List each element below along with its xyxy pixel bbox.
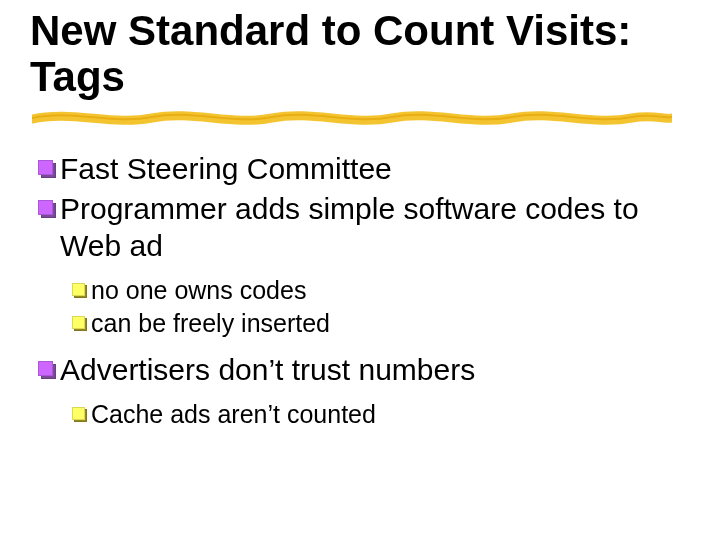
square-bullet-icon <box>72 283 87 298</box>
bullet-level2: can be freely inserted <box>72 308 690 339</box>
bullet-text: can be freely inserted <box>91 308 330 339</box>
bullet-level2: Cache ads aren’t counted <box>72 399 690 430</box>
bullet-text: Advertisers don’t trust numbers <box>60 351 690 389</box>
bullet-level2: no one owns codes <box>72 275 690 306</box>
bullet-text: Fast Steering Committee <box>60 150 690 188</box>
bullet-level1: Fast Steering Committee <box>38 150 690 188</box>
bullet-level1: Programmer adds simple software codes to… <box>38 190 690 265</box>
slide-body: Fast Steering Committee Programmer adds … <box>30 150 690 430</box>
title-underline <box>32 106 672 128</box>
bullet-text: Programmer adds simple software codes to… <box>60 190 690 265</box>
square-bullet-icon <box>38 361 56 379</box>
slide-title: New Standard to Count Visits: Tags <box>30 8 690 100</box>
square-bullet-icon <box>72 407 87 422</box>
square-bullet-icon <box>38 160 56 178</box>
bullet-text: Cache ads aren’t counted <box>91 399 376 430</box>
square-bullet-icon <box>72 316 87 331</box>
bullet-level1: Advertisers don’t trust numbers <box>38 351 690 389</box>
square-bullet-icon <box>38 200 56 218</box>
slide: New Standard to Count Visits: Tags Fast … <box>0 0 720 540</box>
bullet-text: no one owns codes <box>91 275 306 306</box>
